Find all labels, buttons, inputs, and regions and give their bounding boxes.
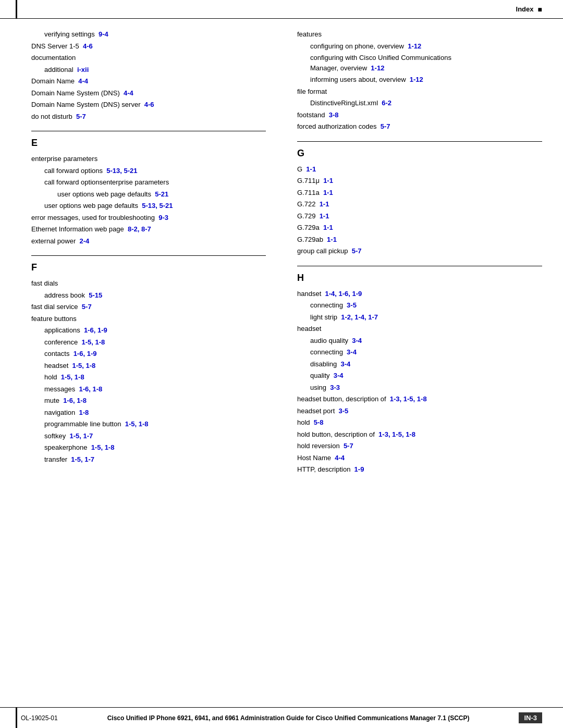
link[interactable]: 3-5 [347, 301, 357, 309]
link[interactable]: 1-1 [323, 224, 333, 231]
link[interactable]: 4-4 [78, 77, 88, 85]
header-left-bar [16, 0, 17, 19]
link[interactable]: 1-1 [306, 165, 316, 173]
link[interactable]: 1-8 [79, 409, 89, 416]
link[interactable]: 4-4 [335, 454, 345, 462]
link[interactable]: 1-5, 1-8 [91, 443, 115, 451]
header-block-icon: ■ [538, 5, 542, 14]
list-item: Domain Name 4-4 [31, 76, 266, 87]
footer-doc-number: OL-19025-01 [21, 714, 58, 722]
list-item: call forward options 5-13, 5-21 [44, 166, 266, 176]
link[interactable]: 5-7 [82, 303, 92, 311]
h-section: H handset 1-4, 1-6, 1-9 connecting 3-5 l… [297, 266, 542, 475]
link[interactable]: 1-4, 1-6, 1-9 [325, 290, 362, 298]
list-item: group call pickup 5-7 [297, 246, 542, 256]
content-area: verifying settings 9-4 DNS Server 1-5 4-… [0, 19, 563, 707]
link[interactable]: 5-21 [155, 190, 168, 198]
link[interactable]: 2-4 [80, 237, 90, 245]
link[interactable]: 1-12 [410, 76, 423, 83]
list-item: G.711μ 1-1 [297, 176, 542, 186]
page-container: Index ■ verifying settings 9-4 DNS Serve… [0, 0, 563, 728]
link[interactable]: 1-5, 1-7 [69, 432, 93, 440]
link[interactable]: 1-12 [408, 42, 421, 50]
footer-title: Cisco Unified IP Phone 6921, 6941, and 6… [58, 714, 519, 722]
link[interactable]: 1-1 [320, 200, 329, 208]
link[interactable]: 1-1 [320, 212, 329, 220]
link[interactable]: 1-6, 1-9 [84, 326, 107, 334]
list-item: contacts 1-6, 1-9 [44, 349, 266, 359]
link[interactable]: 4-6 [144, 101, 154, 108]
list-item: documentation [31, 53, 266, 63]
list-item: programmable line button 1-5, 1-8 [44, 419, 266, 429]
list-item: G 1-1 [297, 164, 542, 175]
link[interactable]: 1-12 [371, 64, 384, 72]
f-section: F fast dials address book 5-15 fast dial… [31, 255, 266, 464]
link[interactable]: i-xii [77, 66, 89, 73]
link[interactable]: 1-5, 1-8 [72, 362, 96, 369]
list-item: light strip 1-2, 1-4, 1-7 [310, 312, 542, 323]
list-item: connecting 3-5 [310, 300, 542, 311]
link[interactable]: 5-8 [314, 418, 324, 426]
list-item: G.722 1-1 [297, 199, 542, 209]
list-item: hold reversion 5-7 [297, 441, 542, 451]
link[interactable]: 1-5, 1-8 [82, 338, 105, 346]
link[interactable]: 3-4 [347, 348, 357, 356]
g-section-header: G [297, 148, 542, 159]
list-item: DistinctiveRingList.xml 6-2 [310, 98, 542, 108]
list-item: hold 1-5, 1-8 [44, 372, 266, 382]
list-item: Host Name 4-4 [297, 453, 542, 463]
list-item: headset 1-5, 1-8 [44, 361, 266, 371]
list-item: applications 1-6, 1-9 [44, 325, 266, 336]
left-column: verifying settings 9-4 DNS Server 1-5 4-… [0, 19, 282, 707]
d-section-entries: verifying settings 9-4 DNS Server 1-5 4-… [31, 29, 266, 121]
link[interactable]: 3-3 [330, 384, 340, 391]
link[interactable]: 1-6, 1-9 [74, 350, 97, 357]
list-item: call forward optionsenterprise parameter… [44, 177, 266, 188]
link[interactable]: 8-2, 8-7 [128, 225, 151, 233]
h-section-header: H [297, 273, 542, 283]
link[interactable]: 1-5, 1-8 [125, 420, 149, 428]
footer-left-bar [16, 707, 17, 728]
link[interactable]: 1-5, 1-7 [71, 455, 94, 463]
list-item: external power 2-4 [31, 236, 266, 246]
link[interactable]: 1-9 [354, 465, 364, 473]
link[interactable]: 6-2 [382, 99, 391, 107]
link[interactable]: 9-4 [99, 30, 108, 38]
link[interactable]: 5-13, 5-21 [106, 167, 137, 175]
link[interactable]: 1-1 [323, 189, 333, 196]
link[interactable]: 3-4 [334, 372, 344, 379]
list-item: Domain Name System (DNS) server 4-6 [31, 100, 266, 110]
link[interactable]: 5-7 [76, 113, 86, 120]
link[interactable]: 4-6 [83, 42, 93, 50]
link[interactable]: 1-6, 1-8 [63, 397, 87, 404]
link[interactable]: 5-7 [344, 442, 353, 450]
list-item: file format [297, 87, 542, 97]
link[interactable]: 9-3 [158, 214, 168, 221]
list-item: headset button, description of 1-3, 1-5,… [297, 394, 542, 404]
link[interactable]: 1-6, 1-8 [79, 385, 102, 393]
link[interactable]: 1-1 [323, 177, 333, 184]
link[interactable]: 1-1 [327, 236, 337, 243]
link[interactable]: 3-4 [341, 360, 351, 368]
link[interactable]: 5-13, 5-21 [142, 202, 173, 209]
link[interactable]: 5-7 [381, 122, 390, 130]
list-item: fast dials [31, 278, 266, 289]
link[interactable]: 3-5 [339, 407, 349, 415]
list-item: verifying settings 9-4 [44, 29, 266, 40]
list-item: messages 1-6, 1-8 [44, 384, 266, 394]
footer-page-number: IN-3 [519, 712, 542, 723]
link[interactable]: 5-7 [352, 247, 362, 255]
link[interactable]: 1-5, 1-8 [61, 373, 84, 381]
link[interactable]: 4-4 [124, 89, 133, 97]
list-item: HTTP, description 1-9 [297, 464, 542, 475]
g-divider [297, 141, 542, 142]
list-item: features [297, 29, 542, 40]
link[interactable]: 5-15 [89, 291, 102, 299]
link[interactable]: 1-3, 1-5, 1-8 [390, 395, 427, 403]
link[interactable]: 3-4 [352, 337, 362, 344]
link[interactable]: 1-2, 1-4, 1-7 [341, 313, 378, 321]
link[interactable]: 3-8 [329, 111, 339, 119]
e-section: E enterprise parameters call forward opt… [31, 131, 266, 246]
link[interactable]: 1-3, 1-5, 1-8 [378, 430, 415, 438]
list-item: feature buttons [31, 314, 266, 324]
